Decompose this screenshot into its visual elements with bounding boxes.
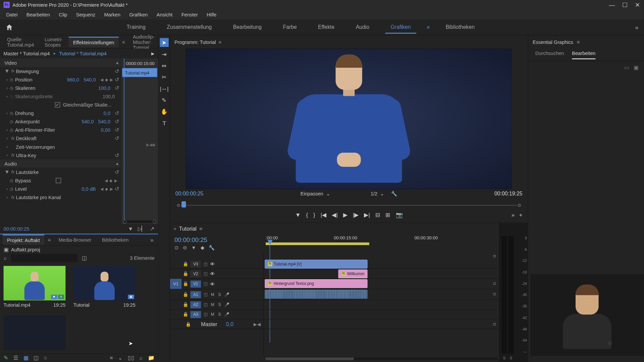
workspace-bearbeitung[interactable]: Bearbeitung bbox=[228, 21, 267, 34]
lift-icon[interactable]: ⊟ bbox=[375, 211, 380, 218]
menu-marken[interactable]: Marken bbox=[100, 11, 125, 19]
track-a1-content[interactable] bbox=[264, 289, 499, 300]
menu-clip[interactable]: Clip bbox=[54, 11, 71, 19]
clip-hintergrund[interactable]: fxHintergrund Textur.png bbox=[265, 279, 367, 288]
wrench-icon[interactable]: 🔧 bbox=[209, 245, 215, 251]
selection-tool[interactable]: ➤ bbox=[160, 38, 169, 47]
reset-icon[interactable]: ↺ bbox=[115, 76, 119, 82]
ec-playhead[interactable] bbox=[124, 58, 124, 224]
extract-icon[interactable]: ⊞ bbox=[385, 211, 390, 218]
eg-tab-durchsuchen[interactable]: Durchsuchen bbox=[535, 50, 564, 59]
eye-icon[interactable]: 👁 bbox=[209, 261, 216, 266]
prev-keyframe-icon[interactable]: ◀ bbox=[100, 186, 103, 191]
sequence-clip-label[interactable]: Tutorial * Tutorial.mp4 bbox=[59, 51, 107, 56]
program-monitor[interactable] bbox=[186, 49, 512, 189]
voiceover-icon[interactable]: 🎤 bbox=[223, 312, 230, 316]
next-keyframe-icon[interactable]: ▶ bbox=[110, 77, 113, 81]
prev-keyframe-icon[interactable]: ◀ bbox=[105, 178, 108, 182]
next-keyframe-icon[interactable]: ▶ bbox=[114, 178, 117, 182]
expand-icon[interactable]: ▶◀ bbox=[254, 322, 261, 327]
lock-icon[interactable]: 🔒 bbox=[181, 302, 190, 307]
maximize-button[interactable]: ☐ bbox=[622, 1, 628, 8]
deckkraft-label[interactable]: Deckkraft bbox=[16, 136, 115, 141]
sync-lock-icon[interactable]: ◫ bbox=[202, 312, 209, 317]
zoom-dropdown[interactable]: 1/2 bbox=[371, 191, 377, 196]
new-layer-icon[interactable]: ▭ bbox=[624, 65, 629, 71]
freeform-view-icon[interactable]: ◫ bbox=[34, 355, 39, 361]
add-keyframe-icon[interactable]: ◆ bbox=[109, 178, 112, 182]
twirl-icon[interactable]: › bbox=[4, 153, 10, 157]
ec-timecode[interactable]: 00:00:00:25 bbox=[4, 226, 30, 232]
menu-hilfe[interactable]: Hilfe bbox=[202, 11, 221, 19]
group-icon[interactable]: ▣ bbox=[634, 65, 639, 71]
lock-icon[interactable]: 🔒 bbox=[181, 282, 190, 287]
sync-lock-icon[interactable]: ◫ bbox=[202, 292, 209, 297]
voiceover-icon[interactable]: 🎤 bbox=[223, 292, 230, 297]
add-button-icon[interactable]: + bbox=[519, 211, 523, 218]
master-clip-label[interactable]: Master * Tutorial.mp4 bbox=[4, 51, 50, 56]
bin-item-texture[interactable] bbox=[4, 315, 66, 350]
search-icon[interactable]: ⌕ bbox=[4, 255, 7, 261]
pen-tool[interactable]: ✎ bbox=[160, 96, 169, 104]
menu-bearbeiten[interactable]: Bearbeiten bbox=[22, 11, 55, 19]
reset-icon[interactable]: ↺ bbox=[115, 186, 119, 192]
menu-ansicht[interactable]: Ansicht bbox=[152, 11, 177, 19]
lock-icon[interactable]: 🔒 bbox=[181, 292, 190, 297]
minimize-button[interactable]: — bbox=[609, 1, 615, 8]
bin-item-tutorial-seq[interactable]: ▦ Tutorial19:25 bbox=[73, 266, 136, 307]
thumbnail[interactable]: ▦ bbox=[73, 266, 136, 300]
fx-icon[interactable]: fx bbox=[10, 136, 16, 140]
reset-icon[interactable]: ↺ bbox=[115, 169, 119, 175]
level-value[interactable]: 0,0 dB bbox=[82, 186, 96, 191]
stopwatch-icon[interactable]: ◷ bbox=[10, 178, 15, 182]
hand-tool[interactable]: ✋ bbox=[160, 107, 169, 116]
prev-keyframe-icon[interactable]: ◀ bbox=[100, 77, 103, 81]
track-v1[interactable]: V1 bbox=[191, 280, 201, 287]
track-v3-content[interactable]: fxTutorial.mp4 [V] bbox=[264, 259, 499, 269]
project-tabs-overflow[interactable]: » bbox=[148, 236, 155, 243]
mute-button[interactable]: M bbox=[209, 312, 216, 316]
twirl-icon[interactable]: › bbox=[4, 186, 10, 191]
sync-lock-icon[interactable]: ◫ bbox=[202, 302, 209, 307]
track-a1[interactable]: A1 bbox=[191, 291, 201, 298]
program-scrubber[interactable] bbox=[176, 199, 522, 206]
go-to-in-icon[interactable]: |◀ bbox=[321, 211, 327, 218]
track-a2-content[interactable] bbox=[264, 300, 499, 310]
reset-icon[interactable]: ↺ bbox=[115, 110, 119, 116]
lock-icon[interactable]: 🔒 bbox=[181, 312, 190, 317]
eye-icon[interactable]: 👁 bbox=[209, 281, 216, 287]
fx-icon[interactable]: fx bbox=[10, 153, 16, 157]
solo-button[interactable]: S bbox=[216, 302, 223, 307]
home-icon[interactable] bbox=[5, 23, 13, 31]
ankerpunkt-x[interactable]: 540,0 bbox=[82, 119, 94, 124]
add-keyframe-icon[interactable]: ◆ bbox=[105, 77, 108, 81]
new-bin-icon[interactable]: 📁 bbox=[148, 355, 155, 361]
step-forward-icon[interactable]: |▶ bbox=[353, 211, 359, 218]
view-icon[interactable]: ◫ bbox=[82, 255, 87, 261]
master-value[interactable]: 0,0 bbox=[226, 321, 233, 327]
keyframe-nav-icons[interactable]: ▶◀◆ bbox=[146, 142, 156, 147]
sync-lock-icon[interactable]: ◫ bbox=[202, 261, 209, 266]
chevron-down-icon[interactable]: ⌄ bbox=[380, 191, 384, 197]
slip-tool[interactable]: |↔| bbox=[160, 84, 169, 93]
tab-media-browser[interactable]: Media-Browser bbox=[54, 235, 96, 245]
list-view-icon[interactable]: ☰ bbox=[13, 355, 18, 361]
sync-lock-icon[interactable]: ◫ bbox=[202, 271, 209, 276]
clip-willkomm[interactable]: fxWillkomm bbox=[338, 269, 367, 278]
reset-icon[interactable]: ↺ bbox=[115, 68, 119, 74]
settings-icon[interactable]: ◆ bbox=[201, 245, 204, 251]
play-button[interactable]: ▶ bbox=[343, 211, 347, 218]
track-v2-content[interactable]: fxWillkomm bbox=[264, 269, 499, 279]
tab-projekt[interactable]: Projekt: Auftakt bbox=[3, 235, 44, 245]
reset-icon[interactable]: ↺ bbox=[115, 152, 119, 158]
play-only-icon[interactable]: ▷▏ bbox=[138, 226, 146, 232]
twirl-icon[interactable]: › bbox=[4, 94, 10, 99]
source-v1[interactable]: V1 bbox=[170, 279, 181, 289]
program-menu-icon[interactable]: ≡ bbox=[218, 39, 221, 45]
snap-icon[interactable]: ⊙ bbox=[174, 245, 178, 251]
timeline-timecode[interactable]: 00:00:00:25 bbox=[174, 236, 259, 243]
keyframe-handle[interactable] bbox=[493, 255, 496, 257]
ripple-edit-tool[interactable]: ⇔ bbox=[160, 61, 169, 70]
chevron-down-icon[interactable]: ⌄ bbox=[326, 191, 330, 197]
razor-tool[interactable]: ✂ bbox=[160, 72, 169, 81]
